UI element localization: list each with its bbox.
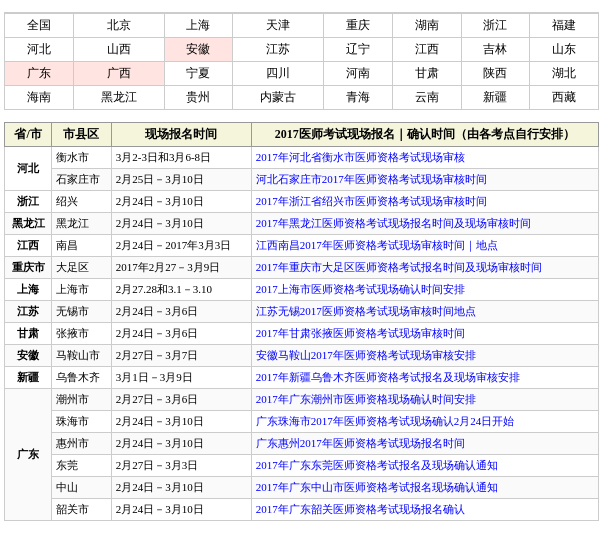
region-cell[interactable]: 重庆 [324, 14, 393, 38]
detail-link[interactable]: 2017年重庆市大足区医师资格考试报名时间及现场审核时间 [256, 261, 542, 273]
time-cell: 2月24日－2017年3月3日 [111, 235, 251, 257]
detail-link[interactable]: 2017年河北省衡水市医师资格考试现场审核 [256, 151, 465, 163]
time-cell: 2月27日－3月7日 [111, 345, 251, 367]
detail-link[interactable]: 安徽马鞍山2017年医师资格考试现场审核安排 [256, 349, 476, 361]
link-cell[interactable]: 2017年新疆乌鲁木齐医师资格考试报名及现场审核安排 [251, 367, 598, 389]
region-cell[interactable]: 青海 [324, 86, 393, 110]
region-cell[interactable]: 上海 [164, 14, 233, 38]
detail-link[interactable]: 2017年黑龙江医师资格考试现场报名时间及现场审核时间 [256, 217, 531, 229]
table-row: 上海上海市2月27.28和3.1－3.102017上海市医师资格考试现场确认时间… [5, 279, 599, 301]
table-row: 新疆乌鲁木齐3月1日－3月9日2017年新疆乌鲁木齐医师资格考试报名及现场审核安… [5, 367, 599, 389]
city-cell: 张掖市 [52, 323, 112, 345]
time-cell: 2月24日－3月6日 [111, 301, 251, 323]
province-cell: 重庆市 [5, 257, 52, 279]
table-row: 重庆市大足区2017年2月27－3月9日2017年重庆市大足区医师资格考试报名时… [5, 257, 599, 279]
link-cell[interactable]: 广东珠海市2017年医师资格考试现场确认2月24日开始 [251, 411, 598, 433]
region-cell[interactable]: 福建 [530, 14, 599, 38]
link-cell[interactable]: 广东惠州2017年医师资格考试现场报名时间 [251, 433, 598, 455]
region-cell[interactable]: 湖南 [392, 14, 461, 38]
link-cell[interactable]: 2017年广东韶关医师资格考试现场报名确认 [251, 499, 598, 521]
th-city: 市县区 [52, 123, 112, 147]
link-cell[interactable]: 河北石家庄市2017年医师资格考试现场审核时间 [251, 169, 598, 191]
link-cell[interactable]: 江苏无锡2017医师资格考试现场审核时间地点 [251, 301, 598, 323]
region-cell[interactable]: 宁夏 [164, 62, 233, 86]
region-cell[interactable]: 四川 [233, 62, 324, 86]
detail-link[interactable]: 2017年广东潮州市医师资格现场确认时间安排 [256, 393, 476, 405]
time-cell: 2月24日－3月6日 [111, 323, 251, 345]
table-row: 韶关市2月24日－3月10日2017年广东韶关医师资格考试现场报名确认 [5, 499, 599, 521]
region-cell[interactable]: 黑龙江 [73, 86, 164, 110]
link-cell[interactable]: 2017年甘肃张掖医师资格考试现场审核时间 [251, 323, 598, 345]
region-cell[interactable]: 北京 [73, 14, 164, 38]
city-cell: 上海市 [52, 279, 112, 301]
time-cell: 2月24日－3月10日 [111, 213, 251, 235]
region-cell[interactable]: 河南 [324, 62, 393, 86]
detail-link[interactable]: 2017年广东东莞医师资格考试报名及现场确认通知 [256, 459, 498, 471]
link-cell[interactable]: 2017年广东东莞医师资格考试报名及现场确认通知 [251, 455, 598, 477]
region-cell[interactable]: 全国 [5, 14, 74, 38]
city-cell: 黑龙江 [52, 213, 112, 235]
region-cell[interactable]: 天津 [233, 14, 324, 38]
link-cell[interactable]: 2017年河北省衡水市医师资格考试现场审核 [251, 147, 598, 169]
detail-link[interactable]: 江苏无锡2017医师资格考试现场审核时间地点 [256, 305, 476, 317]
region-cell[interactable]: 安徽 [164, 38, 233, 62]
region-cell[interactable]: 西藏 [530, 86, 599, 110]
detail-link[interactable]: 2017上海市医师资格考试现场确认时间安排 [256, 283, 465, 295]
region-table: 全国北京上海天津重庆湖南浙江福建河北山西安徽江苏辽宁江西吉林山东广东广西宁夏四川… [4, 13, 599, 110]
link-cell[interactable]: 2017上海市医师资格考试现场确认时间安排 [251, 279, 598, 301]
region-cell[interactable]: 山西 [73, 38, 164, 62]
link-cell[interactable]: 2017年重庆市大足区医师资格考试报名时间及现场审核时间 [251, 257, 598, 279]
link-cell[interactable]: 2017年浙江省绍兴市医师资格考试现场审核时间 [251, 191, 598, 213]
time-cell: 2月24日－3月10日 [111, 411, 251, 433]
province-cell: 江苏 [5, 301, 52, 323]
city-cell: 石家庄市 [52, 169, 112, 191]
table-row: 黑龙江黑龙江2月24日－3月10日2017年黑龙江医师资格考试现场报名时间及现场… [5, 213, 599, 235]
region-cell[interactable]: 吉林 [461, 38, 530, 62]
region-cell[interactable]: 陕西 [461, 62, 530, 86]
detail-link[interactable]: 广东惠州2017年医师资格考试现场报名时间 [256, 437, 465, 449]
province-cell: 甘肃 [5, 323, 52, 345]
region-cell[interactable]: 辽宁 [324, 38, 393, 62]
region-cell[interactable]: 甘肃 [392, 62, 461, 86]
detail-link[interactable]: 2017年广东中山市医师资格考试报名现场确认通知 [256, 481, 498, 493]
region-cell[interactable]: 内蒙古 [233, 86, 324, 110]
region-cell[interactable]: 山东 [530, 38, 599, 62]
region-cell[interactable]: 广西 [73, 62, 164, 86]
region-cell[interactable]: 云南 [392, 86, 461, 110]
link-cell[interactable]: 2017年黑龙江医师资格考试现场报名时间及现场审核时间 [251, 213, 598, 235]
detail-link[interactable]: 河北石家庄市2017年医师资格考试现场审核时间 [256, 173, 487, 185]
time-cell: 2月25日－3月10日 [111, 169, 251, 191]
link-cell[interactable]: 2017年广东潮州市医师资格现场确认时间安排 [251, 389, 598, 411]
region-cell[interactable]: 海南 [5, 86, 74, 110]
province-cell: 上海 [5, 279, 52, 301]
time-cell: 3月1日－3月9日 [111, 367, 251, 389]
detail-link[interactable]: 广东珠海市2017年医师资格考试现场确认2月24日开始 [256, 415, 515, 427]
detail-link[interactable]: 2017年浙江省绍兴市医师资格考试现场审核时间 [256, 195, 487, 207]
region-cell[interactable]: 湖北 [530, 62, 599, 86]
region-cell[interactable]: 贵州 [164, 86, 233, 110]
region-cell[interactable]: 河北 [5, 38, 74, 62]
link-cell[interactable]: 安徽马鞍山2017年医师资格考试现场审核安排 [251, 345, 598, 367]
city-cell: 乌鲁木齐 [52, 367, 112, 389]
detail-link[interactable]: 江西南昌2017年医师资格考试现场审核时间｜地点 [256, 239, 498, 251]
detail-link[interactable]: 2017年甘肃张掖医师资格考试现场审核时间 [256, 327, 465, 339]
city-cell: 衡水市 [52, 147, 112, 169]
province-cell: 安徽 [5, 345, 52, 367]
time-cell: 2017年2月27－3月9日 [111, 257, 251, 279]
table-row: 中山2月24日－3月10日2017年广东中山市医师资格考试报名现场确认通知 [5, 477, 599, 499]
detail-link[interactable]: 2017年新疆乌鲁木齐医师资格考试报名及现场审核安排 [256, 371, 520, 383]
section-title [4, 114, 599, 122]
province-cell: 广东 [5, 389, 52, 521]
region-cell[interactable]: 新疆 [461, 86, 530, 110]
region-cell[interactable]: 江西 [392, 38, 461, 62]
city-cell: 无锡市 [52, 301, 112, 323]
region-cell[interactable]: 江苏 [233, 38, 324, 62]
link-cell[interactable]: 2017年广东中山市医师资格考试报名现场确认通知 [251, 477, 598, 499]
region-cell[interactable]: 浙江 [461, 14, 530, 38]
detail-link[interactable]: 2017年广东韶关医师资格考试现场报名确认 [256, 503, 465, 515]
link-cell[interactable]: 江西南昌2017年医师资格考试现场审核时间｜地点 [251, 235, 598, 257]
table-row: 安徽马鞍山市2月27日－3月7日安徽马鞍山2017年医师资格考试现场审核安排 [5, 345, 599, 367]
region-cell[interactable]: 广东 [5, 62, 74, 86]
time-cell: 2月24日－3月10日 [111, 499, 251, 521]
th-province: 省/市 [5, 123, 52, 147]
